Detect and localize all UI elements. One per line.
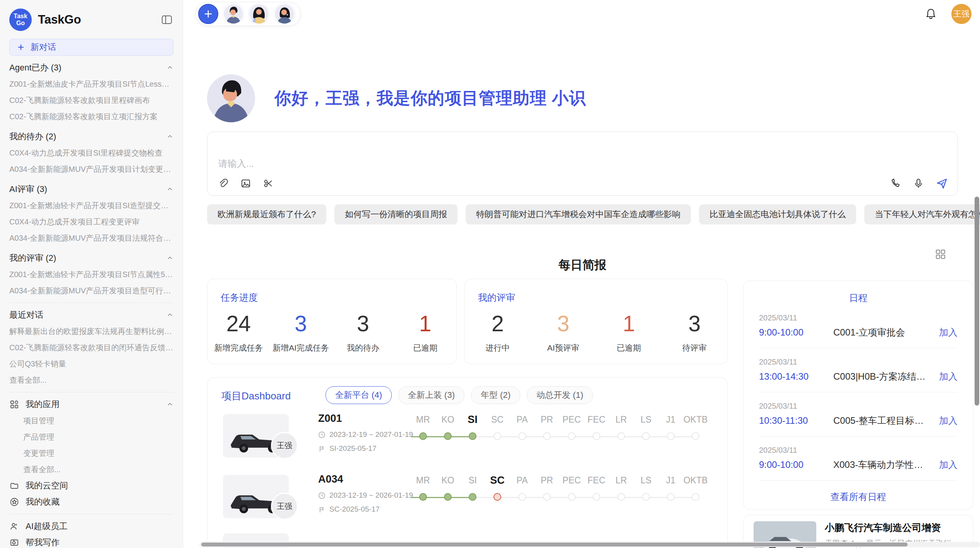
sidebar-item[interactable]: A034-全新新能源MUV产品开发项目造型可行性评审	[9, 283, 173, 299]
scissors-icon[interactable]	[262, 178, 274, 189]
send-icon[interactable]	[936, 178, 947, 189]
mic-icon[interactable]	[913, 178, 924, 189]
sidebar-item[interactable]: A034-全新新能源MUV产品开发项目计划变更表编写	[9, 161, 173, 177]
sidebar-item[interactable]: C0X4-动力总成开发项目工程变更评审	[9, 214, 173, 230]
chat-input[interactable]: 请输入...	[207, 132, 958, 196]
milestone-dot[interactable]	[543, 432, 551, 440]
milestone-dot[interactable]	[518, 493, 526, 501]
suggestion-chip[interactable]: 当下年轻人对汽车外观有怎样的喜好趋势	[864, 204, 980, 224]
notification-bell-icon[interactable]	[924, 7, 937, 21]
suggestion-chip[interactable]: 比亚迪全固态电池计划具体说了什么	[699, 204, 856, 224]
milestone-dot[interactable]	[469, 493, 476, 501]
milestone-dot[interactable]	[642, 432, 650, 440]
sidebar-item[interactable]: C02-飞腾新能源轻客改款项目里程碑画布	[9, 92, 173, 108]
user-avatar[interactable]	[274, 3, 295, 24]
sidebar-item[interactable]: Z001-全新燃油轻卡产品开发项目SI节点属性5D文件评审	[9, 266, 173, 283]
milestone-dot[interactable]	[568, 493, 576, 501]
dashboard-filter-chip[interactable]: 全新平台 (4)	[326, 386, 392, 404]
layout-grid-icon[interactable]	[935, 248, 946, 260]
sidebar-item-people[interactable]: AI超级员工	[9, 518, 173, 534]
milestone-dot[interactable]	[419, 493, 427, 501]
chevron-up-icon[interactable]	[166, 312, 173, 319]
dashboard-filter-chip[interactable]: 年型 (2)	[471, 386, 520, 404]
sidebar-app-item[interactable]: 查看全部...	[9, 461, 173, 478]
sidebar-item[interactable]: C0X4-动力总成开发项目SI里程碑提交物检查	[9, 145, 173, 161]
sidebar-section-header[interactable]: Agent已办 (3)	[9, 60, 173, 76]
sidebar-item-mail-pen[interactable]: 帮我写作	[9, 534, 173, 548]
sidebar-item[interactable]: Z001-全新燃油轻卡产品开发项目SI造型提交物评审	[9, 197, 173, 214]
project-flag-text: SC-2025-05-17	[329, 505, 380, 514]
add-session-button[interactable]	[198, 4, 218, 24]
taskgo-app: Task Go TaskGo 新对话 Agent已办 (3)Z001-全新燃油皮…	[0, 0, 980, 548]
milestone-dot[interactable]	[543, 493, 551, 501]
milestone-dot[interactable]	[493, 493, 501, 501]
join-meeting-link[interactable]: 加入	[939, 414, 958, 427]
schedule-time: 10:30-11:30	[759, 415, 820, 426]
milestone-dot[interactable]	[419, 432, 427, 440]
sidebar-app-item[interactable]: 产品管理	[9, 429, 173, 445]
milestone-dot[interactable]	[617, 493, 625, 501]
sidebar-item[interactable]: 公司Q3轻卡销量	[9, 356, 173, 372]
dashboard-filter-chip[interactable]: 动总开发 (1)	[527, 386, 593, 404]
milestone-dot[interactable]	[692, 493, 699, 501]
sidebar-collapse-icon[interactable]	[160, 13, 173, 26]
sidebar-section-header[interactable]: 我的待办 (2)	[9, 128, 173, 145]
milestone-dot[interactable]	[518, 432, 526, 440]
image-icon[interactable]	[240, 178, 252, 189]
chevron-up-icon[interactable]	[166, 186, 173, 193]
chevron-up-icon[interactable]	[166, 401, 173, 408]
suggestion-chip[interactable]: 特朗普可能对进口汽车增税会对中国车企造成哪些影响	[466, 204, 691, 224]
attachment-icon[interactable]	[218, 178, 229, 189]
milestone-dot[interactable]	[469, 432, 476, 440]
milestone-dot[interactable]	[444, 432, 452, 440]
sidebar-item[interactable]: A034-全新新能源MUV产品开发项目法规符合性评审	[9, 230, 173, 246]
milestone-dot[interactable]	[568, 432, 576, 440]
sidebar-item[interactable]: 查看全部...	[9, 372, 173, 388]
sidebar-section-header[interactable]: 我的评审 (2)	[9, 250, 173, 266]
milestone-dot[interactable]	[593, 493, 600, 501]
milestone-dot[interactable]	[692, 432, 699, 440]
milestone-dot[interactable]	[617, 432, 625, 440]
project-row[interactable]: 王强A0342023-12-19 ~ 2026-01-19SC-2025-05-…	[207, 473, 727, 531]
milestone-dot[interactable]	[667, 432, 675, 440]
milestone-dot[interactable]	[593, 432, 600, 440]
sidebar-group-my-apps[interactable]: 我的应用	[9, 396, 173, 413]
project-row[interactable]: 王强Z0012023-12-19 ~ 2027-01-19SI-2025-05-…	[207, 412, 727, 470]
join-meeting-link[interactable]: 加入	[939, 459, 958, 471]
suggestion-chip[interactable]: 如何写一份清晰的项目周报	[334, 204, 457, 224]
schedule-time: 9:00-10:00	[759, 327, 820, 338]
chevron-up-icon[interactable]	[166, 133, 173, 140]
sidebar-item-star[interactable]: 我的收藏	[9, 494, 173, 510]
sidebar-item[interactable]: 解释最新出台的欧盟报废车法规再生塑料比例被调至15%...	[9, 323, 173, 339]
milestone-dot[interactable]	[642, 493, 650, 501]
horizontal-scrollbar-thumb[interactable]	[201, 543, 908, 546]
sidebar-item[interactable]: C02-飞腾新能源轻客改款项目立项汇报方案	[9, 108, 173, 125]
sidebar-item-folder[interactable]: 我的云空间	[9, 478, 173, 494]
user-avatar[interactable]	[223, 3, 244, 24]
sidebar-item[interactable]: C02-飞腾新能源轻客改款项目的闭环通告反馈情况	[9, 339, 173, 356]
user-avatar[interactable]	[248, 3, 269, 24]
chevron-up-icon[interactable]	[166, 255, 173, 262]
milestone-dot[interactable]	[493, 432, 501, 440]
sidebar-item[interactable]: Z001-全新燃油皮卡产品开发项目SI节点Lesson Learn报告	[9, 76, 173, 92]
divider	[9, 392, 173, 392]
sidebar-section-header[interactable]: AI评审 (3)	[9, 181, 173, 197]
briefing-title: 每日简报	[207, 257, 958, 273]
sidebar-app-item[interactable]: 项目管理	[9, 413, 173, 429]
milestone-dot[interactable]	[444, 493, 452, 501]
sidebar-app-item[interactable]: 变更管理	[9, 445, 173, 461]
chevron-up-icon[interactable]	[166, 64, 173, 71]
sidebar-section-header[interactable]: 最近对话	[9, 307, 173, 323]
view-all-schedule-link[interactable]: 查看所有日程	[744, 491, 973, 503]
join-meeting-link[interactable]: 加入	[939, 370, 958, 383]
horizontal-scrollbar[interactable]	[199, 542, 980, 547]
current-user-avatar[interactable]: 王强	[951, 4, 971, 24]
phone-icon[interactable]	[889, 178, 901, 189]
new-chat-button[interactable]: 新对话	[9, 39, 173, 56]
suggestion-chip[interactable]: 欧洲新规最近颁布了什么?	[207, 204, 326, 224]
milestone-label: SI	[460, 412, 485, 427]
vertical-scrollbar-thumb[interactable]	[975, 197, 979, 406]
dashboard-filter-chip[interactable]: 全新上装 (3)	[398, 386, 464, 404]
join-meeting-link[interactable]: 加入	[939, 326, 958, 339]
milestone-dot[interactable]	[667, 493, 675, 501]
